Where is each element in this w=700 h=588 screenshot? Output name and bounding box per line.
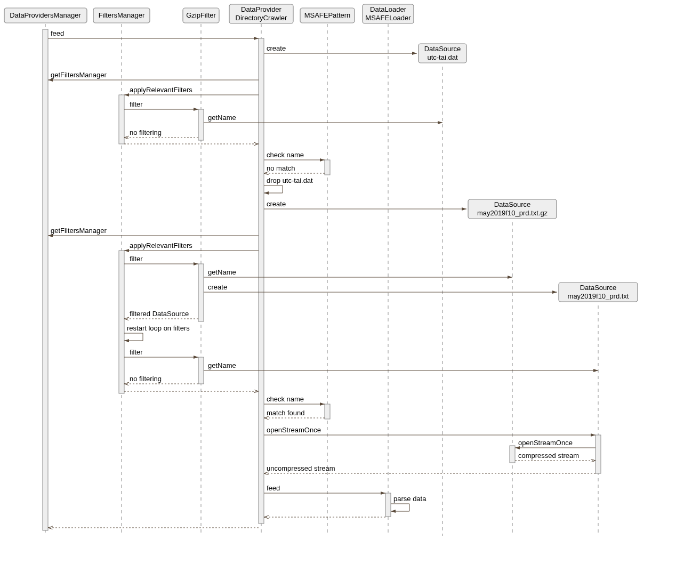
svg-text:DataSource: DataSource [580,284,617,292]
svg-text:getFiltersManager: getFiltersManager [51,71,107,79]
participant-ds1: DataSource utc-tai.dat [419,44,466,63]
activation-gz-2 [198,264,204,321]
svg-text:filter: filter [130,100,143,108]
participant-ds3: DataSource may2019f10_prd.txt [559,283,638,302]
activation-gz-3 [198,357,204,384]
activation-fm-2 [119,251,124,393]
svg-text:may2019f10_prd.txt: may2019f10_prd.txt [568,292,629,300]
svg-text:match found: match found [267,409,305,417]
svg-text:filter: filter [130,348,143,356]
activation-ml [385,493,391,517]
svg-text:getName: getName [208,361,236,369]
activation-ds2-stream [510,446,515,463]
svg-text:utc-tai.dat: utc-tai.dat [427,53,457,61]
activation-fm-1 [119,95,124,144]
participant-dpm: DataProvidersManager [4,8,87,23]
activation-mp-2 [325,404,330,419]
svg-text:create: create [267,44,286,52]
participant-fm: FiltersManager [93,8,150,23]
svg-text:DataSource: DataSource [424,45,461,53]
svg-text:getFiltersManager: getFiltersManager [51,227,107,235]
svg-text:check name: check name [267,395,304,403]
svg-text:FiltersManager: FiltersManager [99,11,145,19]
svg-text:MSAFELoader: MSAFELoader [365,14,411,22]
sequence-diagram: DataProvidersManager FiltersManager Gzip… [0,0,700,588]
svg-text:no match: no match [267,164,295,172]
svg-text:compressed stream: compressed stream [518,452,579,460]
svg-text:GzipFilter: GzipFilter [186,11,216,19]
svg-text:create: create [208,283,227,291]
svg-text:filtered DataSource: filtered DataSource [130,310,189,318]
msg-drop [264,186,283,193]
participant-dc: DataProvider DirectoryCrawler [229,4,293,23]
svg-text:openStreamOnce: openStreamOnce [267,426,321,434]
svg-text:check name: check name [267,151,304,159]
activation-dpm [43,29,48,530]
participant-gz: GzipFilter [183,8,219,23]
participant-ml: DataLoader MSAFELoader [363,4,414,23]
svg-text:drop utc-tai.dat: drop utc-tai.dat [267,176,313,184]
svg-text:getName: getName [208,268,236,276]
svg-text:feed: feed [267,484,280,492]
svg-text:DataSource: DataSource [494,200,531,208]
svg-text:may2019f10_prd.txt.gz: may2019f10_prd.txt.gz [477,209,548,217]
activation-gz-1 [198,109,204,140]
svg-text:parse data: parse data [393,495,427,503]
activation-ds3 [596,435,601,473]
svg-text:DirectoryCrawler: DirectoryCrawler [236,14,287,22]
activation-dc [259,38,264,523]
svg-text:DataProvidersManager: DataProvidersManager [10,11,81,19]
participant-ds2: DataSource may2019f10_prd.txt.gz [468,199,557,219]
svg-text:uncompressed stream: uncompressed stream [267,464,335,472]
msg-parse-data [391,504,409,511]
svg-text:DataProvider: DataProvider [241,5,282,13]
svg-text:filter: filter [130,255,143,263]
svg-text:DataLoader: DataLoader [370,5,407,13]
svg-text:getName: getName [208,114,236,122]
svg-text:restart loop on filters: restart loop on filters [127,324,190,332]
svg-text:applyRelevantFilters: applyRelevantFilters [130,241,192,249]
participant-mp: MSAFEPattern [300,8,355,23]
svg-text:MSAFEPattern: MSAFEPattern [304,11,351,19]
svg-text:feed: feed [51,29,64,37]
svg-text:no filtering: no filtering [130,128,162,136]
svg-text:no filtering: no filtering [130,375,162,383]
activation-mp-1 [325,160,330,175]
svg-text:openStreamOnce: openStreamOnce [518,439,573,447]
msg-restart-loop [124,333,143,341]
svg-text:applyRelevantFilters: applyRelevantFilters [130,86,192,94]
svg-text:create: create [267,200,286,208]
